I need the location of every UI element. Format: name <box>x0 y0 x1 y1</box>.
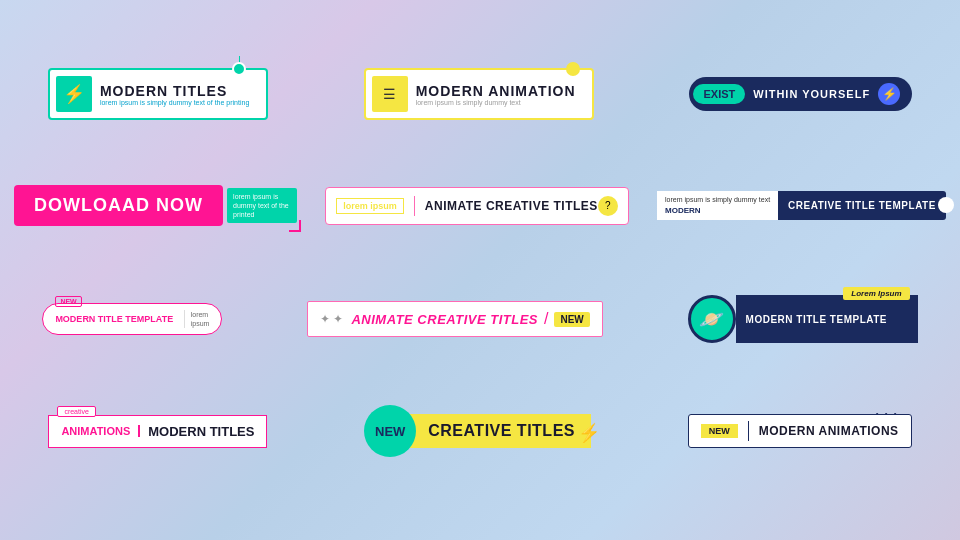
slash-divider: / <box>544 310 548 328</box>
question-icon: ? <box>598 196 618 216</box>
saturn-icon: 🪐 <box>688 295 736 343</box>
creative-band-text: CREATIVE TITLES <box>428 422 575 439</box>
lorem-label: lorem ipsum <box>336 198 404 214</box>
dark-main-title: MODERN TITLE TEMPLATE <box>746 314 908 325</box>
row-3: NEW MODERN TITLE TEMPLATE lorem ipsum ✦ … <box>0 295 960 343</box>
card-modern-anim[interactable]: • • • NEW MODERN ANIMATIONS <box>688 414 912 448</box>
sub-title: lorem ipsum is simply dummy text of the … <box>100 99 249 106</box>
animate-new-title: ANIMATE CREATIVE TITLES <box>351 312 538 327</box>
template-main-text: CREATIVE TITLE TEMPLATE <box>778 191 946 220</box>
lorem-badge-dark: Lorem Ipsum <box>843 287 909 300</box>
card-animations[interactable]: creative ANIMATIONS MODERN TITLES <box>48 415 267 448</box>
modern-badge: MODERN <box>665 205 770 216</box>
card-modern-small[interactable]: NEW MODERN TITLE TEMPLATE lorem ipsum <box>42 303 222 335</box>
animations-label: ANIMATIONS <box>61 425 140 437</box>
canvas: ⚡ MODERN TITLES lorem ipsum is simply du… <box>0 0 960 540</box>
row-2: DOWLOAAD NOW lorem ipsum is dummy text o… <box>0 185 960 226</box>
left-info: lorem ipsum is simply dummy text MODERN <box>657 191 778 220</box>
new-tag-anim: NEW <box>701 424 738 438</box>
new-badge-small: NEW <box>55 296 81 307</box>
animation-sub: lorem ipsum is simply dummy text <box>416 99 576 106</box>
dot-accent <box>232 62 246 76</box>
main-title: MODERN TITLES <box>100 83 249 99</box>
row-1: ⚡ MODERN TITLES lorem ipsum is simply du… <box>0 68 960 120</box>
lorem-note: lorem ipsum <box>184 310 210 328</box>
menu-icon: ☰ <box>372 76 408 112</box>
new-circle: NEW <box>364 405 416 457</box>
download-note: lorem ipsum is dummy text of the printed <box>227 188 297 223</box>
modern-small-title: MODERN TITLE TEMPLATE <box>55 314 175 324</box>
animation-title: MODERN ANIMATION <box>416 83 576 99</box>
vertical-divider <box>414 196 415 216</box>
animations-main-title: MODERN TITLES <box>148 424 254 439</box>
card-new-creative[interactable]: NEW CREATIVE TITLES ⚡ <box>364 405 591 457</box>
modern-anim-title: MODERN ANIMATIONS <box>759 424 899 438</box>
cross-icon: ✦ ✦ <box>320 312 343 326</box>
corner-accent <box>289 220 301 232</box>
creative-badge: creative <box>57 406 96 417</box>
download-button-text: DOWLOAAD NOW <box>14 185 223 226</box>
dot-accent-2 <box>566 62 580 76</box>
dots-accent: • • • <box>876 409 899 418</box>
card-modern-animation[interactable]: ☰ MODERN ANIMATION lorem ipsum is simply… <box>364 68 594 120</box>
card-exist[interactable]: EXIST WITHIN YOURSELF ⚡ <box>689 77 912 111</box>
card-download[interactable]: DOWLOAAD NOW lorem ipsum is dummy text o… <box>14 185 297 226</box>
anim-divider <box>748 421 749 441</box>
lightning-end-icon: ⚡ <box>878 83 900 105</box>
lightning-icon: ⚡ <box>56 76 92 112</box>
card-creative-template[interactable]: lorem ipsum is simply dummy text MODERN … <box>657 191 946 220</box>
card-animate-bordered[interactable]: lorem ipsum ANIMATE CREATIVE TITLES ? <box>325 187 629 225</box>
creative-title-band: CREATIVE TITLES ⚡ <box>408 414 591 448</box>
dark-text-section: Lorem Ipsum MODERN TITLE TEMPLATE <box>736 295 918 343</box>
title-text-group: MODERN TITLES lorem ipsum is simply dumm… <box>100 83 249 106</box>
exist-tag: EXIST <box>693 84 745 104</box>
card-animate-new[interactable]: ✦ ✦ ANIMATE CREATIVE TITLES / NEW <box>307 301 603 337</box>
new-tag-animate: NEW <box>554 312 589 327</box>
exist-main-text: WITHIN YOURSELF <box>753 88 870 100</box>
card-modern-titles[interactable]: ⚡ MODERN TITLES lorem ipsum is simply du… <box>48 68 268 120</box>
animate-main-text: ANIMATE CREATIVE TITLES <box>425 199 598 213</box>
notch-accent <box>938 197 954 213</box>
animation-text-group: MODERN ANIMATION lorem ipsum is simply d… <box>416 83 576 106</box>
row-4: creative ANIMATIONS MODERN TITLES NEW CR… <box>0 405 960 457</box>
card-dark-template[interactable]: 🪐 Lorem Ipsum MODERN TITLE TEMPLATE <box>688 295 918 343</box>
sub-lorem-text: lorem ipsum is simply dummy text <box>665 195 770 205</box>
lightning-band-icon: ⚡ <box>578 422 601 444</box>
